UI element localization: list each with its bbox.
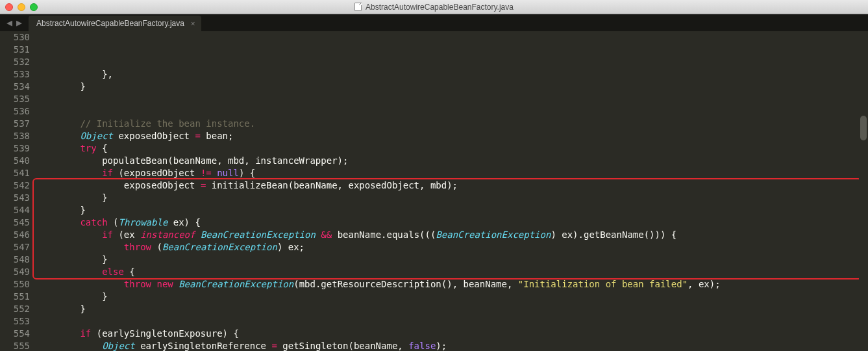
forward-button[interactable]: ▶ (16, 17, 22, 29)
line-number: 547 (0, 241, 30, 254)
line-number: 533 (0, 68, 30, 81)
window-title-text: AbstractAutowireCapableBeanFactory.java (366, 3, 514, 12)
code-line[interactable]: throw new BeanCreationException(mbd.getR… (36, 278, 868, 291)
scrollbar-thumb[interactable] (860, 116, 867, 140)
line-number: 541 (0, 167, 30, 179)
line-number: 549 (0, 266, 30, 278)
line-number: 545 (0, 216, 30, 229)
window-title: AbstractAutowireCapableBeanFactory.java (0, 3, 868, 12)
code-line[interactable]: populateBean(beanName, mbd, instanceWrap… (36, 155, 868, 167)
code-line[interactable]: // Initialize the bean instance. (36, 118, 868, 130)
code-line[interactable]: try { (36, 142, 868, 155)
line-number: 552 (0, 303, 30, 315)
line-number: 534 (0, 81, 30, 93)
tab-bar: ◀ ▶ AbstractAutowireCapableBeanFactory.j… (0, 14, 868, 31)
code-line[interactable]: else { (36, 266, 868, 278)
code-line[interactable]: } (36, 303, 868, 315)
vertical-scrollbar[interactable] (859, 31, 868, 351)
code-editor[interactable]: 5305315325335345355365375385395405415425… (0, 31, 868, 351)
code-line[interactable]: Object exposedObject = bean; (36, 130, 868, 142)
file-icon (354, 3, 362, 11)
line-number: 548 (0, 254, 30, 266)
line-number: 535 (0, 93, 30, 105)
tab-label: AbstractAutowireCapableBeanFactory.java (36, 19, 184, 28)
line-number: 550 (0, 278, 30, 291)
line-number: 553 (0, 315, 30, 328)
line-number: 539 (0, 142, 30, 155)
code-line[interactable] (36, 105, 868, 118)
code-line[interactable]: } (36, 254, 868, 266)
back-button[interactable]: ◀ (6, 17, 12, 29)
code-line[interactable]: Object earlySingletonReference = getSing… (36, 340, 868, 351)
line-number: 537 (0, 118, 30, 130)
line-number: 543 (0, 192, 30, 204)
history-nav: ◀ ▶ (0, 17, 29, 31)
line-number-gutter: 5305315325335345355365375385395405415425… (0, 31, 36, 351)
line-number: 542 (0, 179, 30, 192)
code-line[interactable]: }, (36, 68, 868, 81)
line-number: 536 (0, 105, 30, 118)
line-number: 551 (0, 291, 30, 303)
line-number: 544 (0, 204, 30, 216)
code-line[interactable]: if (earlySingletonExposure) { (36, 328, 868, 340)
code-line[interactable]: } (36, 204, 868, 216)
code-line[interactable] (36, 93, 868, 105)
code-area[interactable]: }, } // Initialize the bean instance. Ob… (36, 31, 868, 351)
code-line[interactable]: } (36, 192, 868, 204)
line-number: 546 (0, 229, 30, 241)
line-number: 531 (0, 44, 30, 56)
line-number: 538 (0, 130, 30, 142)
line-number: 530 (0, 31, 30, 44)
window-titlebar: AbstractAutowireCapableBeanFactory.java (0, 0, 868, 14)
code-line[interactable]: if (exposedObject != null) { (36, 167, 868, 179)
code-line[interactable]: } (36, 291, 868, 303)
code-line[interactable]: if (ex instanceof BeanCreationException … (36, 229, 868, 241)
line-number: 532 (0, 56, 30, 68)
line-number: 554 (0, 328, 30, 340)
line-number: 540 (0, 155, 30, 167)
code-line[interactable]: } (36, 81, 868, 93)
code-line[interactable]: catch (Throwable ex) { (36, 216, 868, 229)
close-tab-button[interactable]: × (191, 20, 195, 27)
code-line[interactable]: throw (BeanCreationException) ex; (36, 241, 868, 254)
line-number: 555 (0, 340, 30, 351)
code-line[interactable] (36, 315, 868, 328)
editor-tab[interactable]: AbstractAutowireCapableBeanFactory.java … (29, 16, 201, 31)
code-line[interactable]: exposedObject = initializeBean(beanName,… (36, 179, 868, 192)
